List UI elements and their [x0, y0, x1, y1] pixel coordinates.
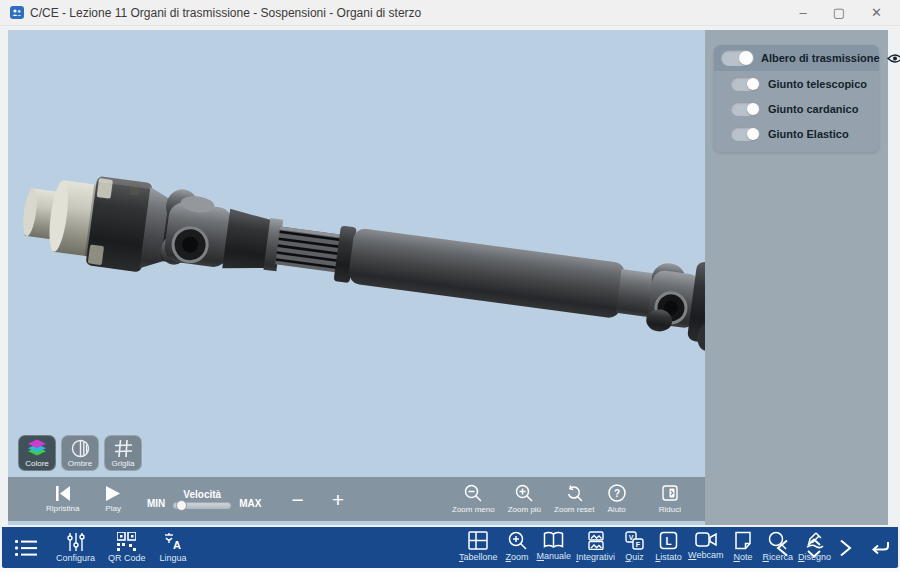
svg-text:A: A	[173, 539, 181, 551]
return-arrow-icon[interactable]	[869, 539, 891, 557]
zoom-out-icon	[464, 484, 482, 502]
true-false-boxes-icon: V F	[625, 531, 644, 550]
note-button[interactable]: Note	[728, 531, 757, 562]
play-icon	[106, 486, 120, 501]
menu-button[interactable]	[15, 539, 37, 557]
chevron-left-icon[interactable]	[776, 539, 789, 557]
layers-panel-header: Albero di trasmissione	[714, 45, 879, 71]
zoom-reset-button[interactable]: Zoom reset	[554, 484, 594, 514]
speed-max-label: MAX	[239, 498, 261, 509]
manuale-button[interactable]: Manuale	[537, 531, 572, 562]
translate-icon: A	[164, 532, 183, 551]
speed-slider-knob[interactable]	[176, 500, 187, 511]
eye-icon[interactable]	[887, 53, 900, 64]
albero-toggle[interactable]	[721, 50, 754, 66]
speed-increase-button[interactable]: +	[332, 489, 344, 510]
layer-row-giunto-telescopico: Giunto telescopico	[714, 71, 879, 96]
render-mode-buttons: Colore Ombre Griglia	[18, 435, 142, 471]
ombre-button[interactable]: Ombre	[61, 435, 99, 471]
speed-decrease-button[interactable]: −	[291, 489, 303, 510]
colore-label: Colore	[25, 459, 49, 468]
lingua-button[interactable]: A Lingua	[159, 532, 188, 563]
qr-code-button[interactable]: QR Code	[108, 532, 146, 563]
zoom-in-icon	[515, 484, 533, 502]
chevron-up-down-icon[interactable]	[806, 538, 822, 558]
zoom-reset-icon	[565, 484, 583, 502]
velocita-label: Velocità	[183, 489, 221, 500]
close-button[interactable]: ✕	[871, 6, 882, 19]
webcam-button[interactable]: Webcam	[688, 531, 723, 562]
maximize-button[interactable]: ▢	[833, 6, 845, 19]
svg-text:?: ?	[614, 488, 620, 499]
letter-l-box-icon: L	[659, 531, 678, 550]
minimize-button[interactable]: –	[800, 6, 807, 19]
layer-row-giunto-cardanico: Giunto cardanico	[714, 96, 879, 121]
ripristina-button[interactable]: Ripristina	[46, 486, 79, 513]
albero-label: Albero di trasmissione	[761, 52, 880, 64]
speed-slider[interactable]	[173, 502, 231, 509]
zoom-in-icon	[508, 531, 527, 550]
skip-start-icon	[55, 486, 71, 501]
color-layers-icon	[26, 438, 48, 458]
griglia-label: Griglia	[111, 459, 134, 468]
ombre-label: Ombre	[68, 459, 92, 468]
sidebar: Albero di trasmissione Giunto telescopic…	[705, 30, 888, 525]
tabellone-button[interactable]: Tabellone	[459, 531, 498, 562]
integrativi-button[interactable]: Integrativi	[576, 531, 615, 562]
collapse-panel-icon	[661, 484, 679, 502]
layers-panel: Albero di trasmissione Giunto telescopic…	[714, 45, 879, 152]
bottom-toolbar: Configura QR Code A Lingua	[2, 527, 898, 568]
aiuto-button[interactable]: ? Aiuto	[608, 484, 626, 514]
giunto-cardanico-toggle[interactable]	[731, 102, 760, 116]
playback-bar: Ripristina Play MIN Velocità MAX − +	[8, 477, 705, 521]
qr-code-icon	[117, 532, 136, 551]
zoom-button[interactable]: Zoom	[503, 531, 532, 562]
speed-min-label: MIN	[147, 498, 165, 509]
stacked-images-icon	[587, 531, 605, 550]
zoom-out-button[interactable]: Zoom meno	[452, 484, 495, 514]
viewport-3d[interactable]: Colore Ombre Griglia	[8, 30, 705, 525]
grid-icon	[114, 438, 133, 458]
configura-button[interactable]: Configura	[56, 532, 95, 563]
title-bar: C/CE - Lezione 11 Organi di trasmissione…	[0, 0, 900, 26]
open-book-icon	[543, 531, 564, 549]
video-camera-icon	[695, 531, 717, 548]
quiz-button[interactable]: V F Quiz	[620, 531, 649, 562]
zoom-controls: Zoom meno Zoom più Zoom reset	[452, 484, 681, 514]
sliders-icon	[67, 532, 85, 551]
giunto-elastico-toggle[interactable]	[731, 127, 760, 141]
note-page-icon	[734, 531, 752, 550]
svg-text:F: F	[636, 541, 641, 548]
giunto-telescopico-toggle[interactable]	[731, 77, 760, 91]
window-title: C/CE - Lezione 11 Organi di trasmissione…	[30, 6, 421, 20]
chevron-right-icon[interactable]	[839, 539, 852, 557]
play-button[interactable]: Play	[105, 486, 121, 513]
colore-button[interactable]: Colore	[18, 435, 56, 471]
listato-button[interactable]: L Listato	[654, 531, 683, 562]
speed-control: MIN Velocità MAX	[147, 489, 262, 509]
window-bottom-edge	[0, 568, 900, 572]
sphere-shading-icon	[71, 438, 90, 458]
svg-text:L: L	[666, 536, 672, 547]
help-icon: ?	[608, 484, 626, 502]
layer-row-giunto-elastico: Giunto Elastico	[714, 121, 879, 146]
app-icon	[10, 6, 24, 19]
zoom-in-button[interactable]: Zoom più	[508, 484, 541, 514]
riduci-button[interactable]: Riduci	[659, 484, 681, 514]
bullet-list-icon	[15, 539, 37, 557]
griglia-button[interactable]: Griglia	[104, 435, 142, 471]
board-grid-icon	[468, 531, 488, 550]
